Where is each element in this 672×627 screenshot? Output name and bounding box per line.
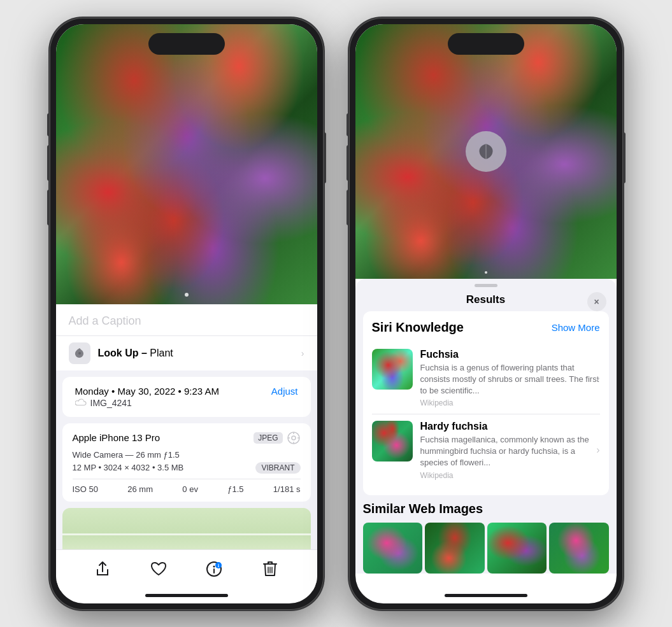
similar-images-grid [363, 523, 609, 574]
focal-value: 26 mm [127, 484, 153, 494]
meta-date-row: Monday • May 30, 2022 • 9:23 AM Adjust [75, 386, 298, 397]
results-sheet: Results × Siri Knowledge Show More [355, 279, 617, 574]
knowledge-item-hardy-fuchsia[interactable]: Hardy fuchsia Fuchsia magellanica, commo… [372, 414, 600, 486]
lookup-icon-wrap [69, 342, 90, 364]
format-tag: JPEG [254, 432, 282, 444]
trash-icon [263, 561, 277, 577]
similar-title: Similar Web Images [363, 502, 609, 516]
sheet-title: Results [466, 293, 505, 306]
flower-image [56, 24, 317, 304]
heart-icon [150, 561, 167, 577]
right-home-indicator [445, 594, 527, 597]
left-phone: Add a Caption Look Up – Plant › [50, 18, 324, 610]
hardy-fuchsia-content: Hardy fuchsia Fuchsia magellanica, commo… [420, 421, 600, 480]
similar-image-1[interactable] [363, 523, 423, 574]
camera-model-row: Apple iPhone 13 Pro JPEG [73, 431, 301, 445]
right-mute-button[interactable] [347, 113, 349, 136]
photo-display[interactable] [56, 24, 317, 304]
right-phone: Results × Siri Knowledge Show More [349, 18, 623, 610]
right-volume-down-button[interactable] [347, 190, 349, 225]
resolution: 12 MP • 3024 × 4032 • 3.5 MB [73, 463, 184, 472]
fuchsia-thumbnail [372, 349, 413, 390]
map-road [62, 533, 311, 535]
info-section: Add a Caption Look Up – Plant › [56, 304, 317, 565]
right-screen: Results × Siri Knowledge Show More [355, 24, 617, 603]
info-button[interactable] [205, 560, 223, 578]
hardy-fuchsia-source: Wikipedia [420, 471, 600, 480]
right-page-indicator [485, 271, 487, 274]
camera-section: Apple iPhone 13 Pro JPEG [62, 423, 311, 502]
fuchsia-content: Fuchsia Fuchsia is a genus of flowering … [420, 349, 600, 408]
filename: IMG_4241 [90, 398, 132, 408]
svg-point-2 [292, 436, 296, 440]
siri-knowledge-section: Siri Knowledge Show More Fuchsia Fuchsia… [363, 311, 609, 495]
meta-filename: IMG_4241 [75, 398, 298, 408]
delete-button[interactable] [261, 560, 279, 578]
svg-point-8 [213, 565, 215, 567]
iso-value: ISO 50 [73, 484, 98, 494]
fuchsia-thumb-image [372, 349, 413, 390]
cloud-icon [75, 398, 87, 407]
caption-area[interactable]: Add a Caption [56, 304, 317, 335]
hardy-fuchsia-description: Fuchsia magellanica, commonly known as t… [420, 434, 600, 469]
hardy-fuchsia-thumbnail [372, 421, 413, 461]
page-indicator-dot [185, 293, 189, 297]
location-icon [287, 431, 301, 445]
share-button[interactable] [94, 560, 111, 578]
dynamic-island [148, 33, 225, 55]
leaf-icon [476, 141, 496, 162]
shutter-value: 1/181 s [273, 484, 301, 494]
adjust-button[interactable]: Adjust [271, 386, 298, 397]
sheet-header: Results × [355, 287, 617, 311]
info-icon [206, 561, 222, 577]
caption-placeholder[interactable]: Add a Caption [69, 314, 141, 327]
camera-model: Apple iPhone 13 Pro [73, 432, 161, 443]
siri-knowledge-header: Siri Knowledge Show More [372, 320, 600, 335]
fuchsia-source: Wikipedia [420, 398, 600, 407]
similar-image-3[interactable] [487, 523, 547, 574]
similar-image-4[interactable] [549, 523, 609, 574]
ev-value: 0 ev [182, 484, 198, 494]
svg-point-0 [78, 352, 81, 355]
hardy-fuchsia-chevron-icon: › [596, 444, 599, 456]
camera-tags: JPEG [254, 431, 300, 445]
lens-info: Wide Camera — 26 mm ƒ1.5 [73, 450, 301, 460]
favorite-button[interactable] [150, 560, 168, 578]
show-more-button[interactable]: Show More [552, 322, 600, 333]
fuchsia-description: Fuchsia is a genus of flowering plants t… [420, 362, 600, 397]
meta-section: Monday • May 30, 2022 • 9:23 AM Adjust I… [62, 377, 311, 417]
right-photo-display[interactable] [355, 24, 617, 279]
svg-point-11 [218, 563, 219, 565]
resolution-row: 12 MP • 3024 × 4032 • 3.5 MB VIBRANT [73, 462, 301, 474]
visual-lookup-button[interactable] [466, 131, 506, 172]
close-button[interactable]: × [587, 292, 606, 311]
right-dynamic-island [448, 33, 524, 55]
phones-container: Add a Caption Look Up – Plant › [50, 18, 623, 610]
mute-button[interactable] [47, 113, 50, 136]
lookup-chevron-icon: › [301, 348, 304, 358]
similar-image-2[interactable] [425, 523, 485, 574]
siri-knowledge-title: Siri Knowledge [372, 320, 464, 335]
home-indicator [145, 594, 228, 597]
hardy-fuchsia-name: Hardy fuchsia [420, 421, 600, 432]
share-icon [95, 561, 110, 577]
volume-up-button[interactable] [47, 145, 50, 181]
meta-date: Monday • May 30, 2022 • 9:23 AM [75, 386, 219, 397]
knowledge-item-fuchsia[interactable]: Fuchsia Fuchsia is a genus of flowering … [372, 342, 600, 415]
right-volume-up-button[interactable] [347, 145, 349, 181]
style-tag: VIBRANT [255, 462, 300, 474]
volume-down-button[interactable] [47, 190, 50, 225]
camera-specs: ISO 50 26 mm 0 ev ƒ1.5 1/181 s [73, 479, 301, 494]
visual-lookup-icon [73, 347, 86, 360]
left-screen: Add a Caption Look Up – Plant › [56, 24, 317, 603]
aperture-value: ƒ1.5 [227, 484, 243, 494]
similar-section: Similar Web Images [355, 502, 617, 574]
fuchsia-chevron-icon: › [596, 372, 599, 384]
hardy-fuchsia-thumb-image [372, 421, 413, 461]
lookup-label: Look Up – Plant [98, 348, 173, 359]
lookup-row[interactable]: Look Up – Plant › [56, 335, 317, 370]
fuchsia-name: Fuchsia [420, 349, 600, 360]
bottom-toolbar [56, 549, 317, 591]
